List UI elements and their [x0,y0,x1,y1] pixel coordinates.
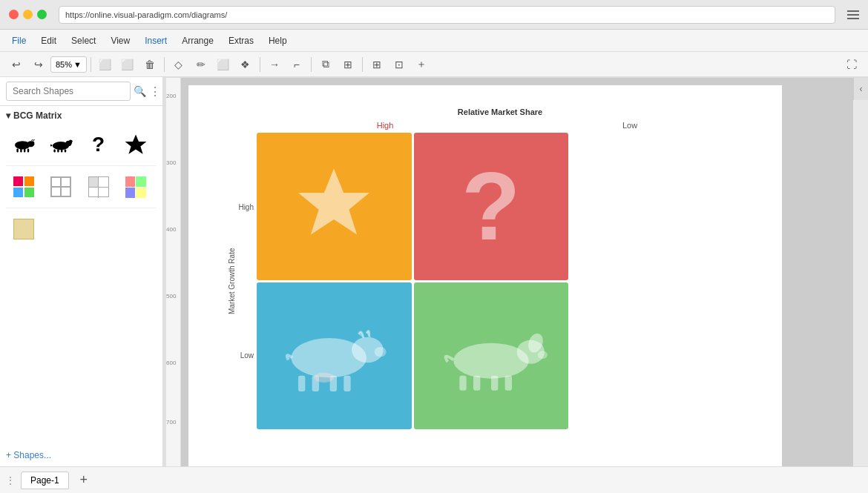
x-axis-labels: High Low [263,121,752,130]
shapes-row-2 [6,169,157,205]
menu-help[interactable]: Help [263,33,293,48]
fit-button[interactable]: ⊡ [389,55,410,74]
diagram-title: Relative Market Share [248,107,752,116]
svg-rect-23 [344,375,351,391]
cross-matrix-shape[interactable] [84,172,114,202]
bcg-cow-cell[interactable] [257,282,412,430]
waypoint-button[interactable]: ⌐ [286,55,307,74]
bcg-section: ▾ BCG Matrix [0,106,162,251]
delete-button[interactable]: 🗑 [139,55,160,74]
question-mark-icon: ? [461,158,520,254]
ruler-left: 200 300 400 500 600 700 [166,78,181,466]
beige-box-icon [13,219,34,239]
svg-rect-9 [54,149,56,152]
redo-button[interactable]: ↪ [28,55,49,74]
canvas-content[interactable]: Relative Market Share High Low Market Gr… [181,78,853,466]
vruler-400: 400 [166,226,176,233]
beige-matrix-shape[interactable] [9,214,39,244]
fullscreen-button[interactable]: ⛶ [841,55,862,74]
right-panel-toggle[interactable]: ‹ [853,78,868,100]
cross-grid-icon [88,176,109,197]
connector-button[interactable]: → [264,55,285,74]
svg-rect-2 [16,149,18,153]
page-label: Page-1 [30,475,59,486]
svg-rect-30 [473,375,480,390]
y-high-label: High [238,203,254,211]
grid-button[interactable]: ⊞ [366,55,387,74]
zoom-control[interactable]: 85% ▼ [50,56,87,73]
svg-rect-20 [298,375,305,391]
arrange-button[interactable]: ⧉ [315,55,336,74]
add-page-icon: + [79,472,88,488]
star-shape[interactable] [121,130,151,159]
menu-view[interactable]: View [105,33,136,48]
maximize-button[interactable] [37,10,47,19]
low-label: Low [507,121,752,130]
menu-extras[interactable]: Extras [223,33,260,48]
separator-4 [311,57,312,72]
border-button[interactable]: ⬜ [213,55,234,74]
more-options-icon[interactable]: ⋮ [149,85,161,99]
page-tab[interactable]: Page-1 [21,472,69,489]
fill-button[interactable]: ◇ [168,55,189,74]
shadow-button[interactable]: ❖ [235,55,256,74]
traffic-lights [9,10,47,19]
bcg-diagram: Relative Market Share High Low Market Gr… [226,107,752,429]
canvas-with-ruler: 200 300 400 500 600 700 Relative Market … [166,78,868,466]
diagram-canvas: Relative Market Share High Low Market Gr… [188,85,782,466]
add-page-button[interactable]: + [75,472,93,489]
bcg-dog-cell[interactable] [414,282,569,430]
divider-2 [6,208,157,208]
toolbar: ↩ ↪ 85% ▼ ⬜ ⬜ 🗑 ◇ ✏ ⬜ ❖ → ⌐ ⧉ ⊞ ⊞ ⊡ ＋ ⛶ [0,52,868,77]
section-toggle[interactable]: ▾ BCG Matrix [6,110,157,121]
plain-matrix-shape[interactable] [46,172,76,202]
dog-shape[interactable] [46,130,76,159]
question-shape[interactable]: ? [84,130,114,159]
paste-style-button[interactable]: ⬜ [117,55,138,74]
add-shapes-button[interactable]: + Shapes... [0,444,162,466]
svg-rect-3 [20,149,22,153]
line-color-button[interactable]: ✏ [191,55,211,74]
svg-marker-16 [298,169,369,235]
svg-point-25 [453,343,528,378]
menu-icon[interactable] [847,10,859,19]
search-input[interactable] [6,82,131,101]
question-icon: ? [92,133,105,156]
separator-3 [260,57,260,72]
cow-shape[interactable] [9,130,39,159]
bcg-with-yaxis: Market Growth Rate High Low [226,133,752,429]
menu-insert[interactable]: Insert [139,33,173,48]
bcg-star-cell[interactable] [257,133,412,280]
minimize-button[interactable] [23,10,33,19]
address-bar[interactable]: https://online.visual-paradigm.com/diagr… [59,6,835,24]
striped-matrix-shape[interactable] [121,172,151,202]
separator-1 [91,57,91,72]
vruler-700: 700 [166,419,176,426]
close-button[interactable] [9,10,19,19]
colored-matrix-shape[interactable] [9,172,39,202]
sidebar-bottom: + Shapes... [0,444,162,466]
menu-arrange[interactable]: Arrange [176,33,220,48]
svg-marker-15 [125,134,146,153]
menu-edit[interactable]: Edit [35,33,62,48]
svg-rect-31 [491,375,498,390]
menu-file[interactable]: File [6,33,32,48]
star-icon-large [289,162,378,251]
undo-button[interactable]: ↩ [6,55,27,74]
menu-select[interactable]: Select [65,33,102,48]
vruler-300: 300 [166,159,176,166]
align-button[interactable]: ⊞ [338,55,358,74]
shapes-row-1: ? [6,127,157,162]
dog-icon-large [432,315,550,397]
menubar: File Edit Select View Insert Arrange Ext… [0,30,868,52]
bcg-question-cell[interactable]: ? [414,133,569,280]
canvas-area: 300 400 500 600 700 800 900 1000 1100 20… [166,77,868,466]
y-scale-labels: High Low [242,133,257,429]
page-options-icon[interactable]: ⋮ [6,475,15,486]
zoom-arrow: ▼ [73,60,82,69]
copy-style-button[interactable]: ⬜ [95,55,116,74]
search-icon: 🔍 [134,85,146,97]
bottom-bar: ⋮ Page-1 + [0,466,868,493]
add-button[interactable]: ＋ [411,55,432,74]
striped-grid-icon [125,176,146,197]
